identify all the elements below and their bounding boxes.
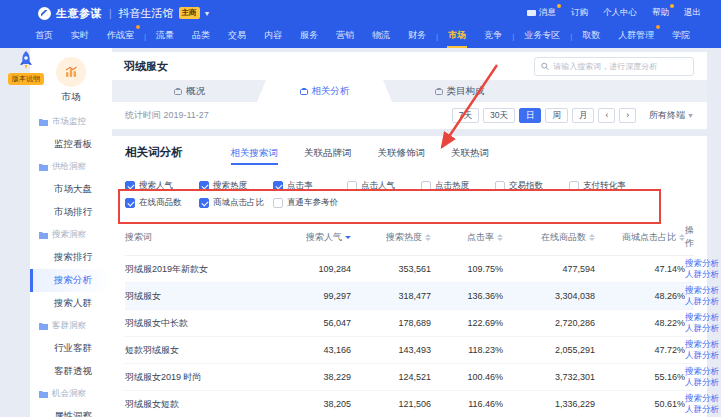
- nav-crowd-management[interactable]: 人群管理: [609, 29, 663, 48]
- filter-click-popularity[interactable]: 点击人气: [347, 180, 421, 192]
- keyword-search-box[interactable]: [534, 57, 694, 76]
- sidebar-group-supply-insight[interactable]: 供给洞察: [30, 156, 112, 178]
- checkbox-checked-icon[interactable]: [273, 181, 283, 191]
- checkbox-checked-icon[interactable]: [199, 181, 209, 191]
- col-keyword[interactable]: 搜索词: [125, 231, 271, 244]
- order-link[interactable]: 订购: [571, 7, 588, 19]
- sidebar-group-search-insight[interactable]: 搜索洞察: [30, 224, 112, 246]
- value-cell: 109.75%: [431, 264, 503, 274]
- filter-click-rate[interactable]: 点击率: [273, 180, 347, 192]
- tab-overview[interactable]: 概况: [122, 80, 257, 102]
- range-7d-button[interactable]: 7天: [452, 108, 479, 124]
- help-link[interactable]: 帮助: [652, 7, 669, 19]
- sidebar-item-search-crowd[interactable]: 搜索人群: [30, 292, 112, 315]
- search-analysis-link[interactable]: 搜索分析: [685, 394, 719, 404]
- col-mall-click-share[interactable]: 商城点击占比: [595, 231, 685, 244]
- next-button[interactable]: ›: [619, 108, 636, 124]
- prev-button[interactable]: ‹: [598, 108, 615, 124]
- filter-online-products[interactable]: 在线商品数: [125, 197, 199, 209]
- sidebar-group-customer-insight[interactable]: 客群洞察: [30, 315, 112, 337]
- nav-service[interactable]: 服务: [291, 29, 327, 48]
- checkbox-unchecked-icon[interactable]: [495, 181, 505, 191]
- sidebar-item-search-ranking[interactable]: 搜索排行: [30, 246, 112, 269]
- sidebar-item-search-analysis[interactable]: 搜索分析: [30, 269, 112, 292]
- table-row: 羽绒服女 99,297 318,477 136.36% 3,304,038 48…: [125, 283, 694, 310]
- crowd-analysis-link[interactable]: 人群分析: [685, 324, 719, 334]
- sidebar-group-market-monitor[interactable]: 市场监控: [30, 111, 112, 133]
- checkbox-checked-icon[interactable]: [199, 198, 209, 208]
- filter-search-heat[interactable]: 搜索热度: [199, 180, 273, 192]
- value-cell: 2,055,291: [503, 345, 595, 355]
- filter-search-popularity[interactable]: 搜索人气: [125, 180, 199, 192]
- filter-train-ref-price[interactable]: 直通车参考价: [273, 197, 347, 209]
- tab-related-analysis[interactable]: 相关分析: [257, 80, 392, 102]
- col-search-popularity[interactable]: 搜索人气: [271, 231, 351, 244]
- checkbox-unchecked-icon[interactable]: [347, 181, 357, 191]
- crowd-analysis-link[interactable]: 人群分析: [685, 270, 719, 280]
- tab-category-composition[interactable]: 类目构成: [392, 80, 527, 102]
- search-input[interactable]: [553, 62, 687, 71]
- range-30d-button[interactable]: 30天: [483, 108, 515, 124]
- crowd-analysis-link[interactable]: 人群分析: [685, 378, 719, 388]
- sidebar-item-market-ranking[interactable]: 市场排行: [30, 201, 112, 224]
- col-click-rate[interactable]: 点击率: [431, 231, 503, 244]
- unit-day-button[interactable]: 日: [519, 108, 542, 124]
- nav-competition[interactable]: 竞争: [475, 29, 511, 48]
- shop-switcher[interactable]: 抖音生活馆 主商 ▼: [119, 6, 211, 21]
- tab-related-brand-words[interactable]: 关联品牌词: [304, 147, 352, 165]
- sidebar-item-customer-perspective[interactable]: 客群透视: [30, 360, 112, 383]
- sidebar-item-monitor-board[interactable]: 监控看板: [30, 133, 112, 156]
- crowd-analysis-link[interactable]: 人群分析: [685, 297, 719, 307]
- messages-link[interactable]: 消息: [527, 7, 556, 19]
- nav-logistics[interactable]: 物流: [363, 29, 399, 48]
- search-analysis-link[interactable]: 搜索分析: [685, 340, 719, 350]
- checkbox-unchecked-icon[interactable]: [421, 181, 431, 191]
- nav-category[interactable]: 品类: [183, 29, 219, 48]
- search-analysis-link[interactable]: 搜索分析: [685, 313, 719, 323]
- brand-logo-icon: [38, 7, 51, 20]
- unit-month-button[interactable]: 月: [572, 108, 595, 124]
- nav-market[interactable]: 市场: [439, 29, 475, 48]
- col-online-products[interactable]: 在线商品数: [503, 231, 595, 244]
- filter-mall-click-share[interactable]: 商城点击占比: [199, 197, 273, 209]
- search-analysis-link[interactable]: 搜索分析: [685, 286, 719, 296]
- nav-traffic[interactable]: 流量: [147, 29, 183, 48]
- rocket-icon: [16, 50, 36, 72]
- nav-marketing[interactable]: 营销: [327, 29, 363, 48]
- sidebar-item-attribute-insight[interactable]: 属性洞察: [30, 405, 112, 417]
- nav-content[interactable]: 内容: [255, 29, 291, 48]
- checkbox-unchecked-icon[interactable]: [273, 198, 283, 208]
- search-analysis-link[interactable]: 搜索分析: [685, 259, 719, 269]
- sidebar-group-opportunity-insight[interactable]: 机会洞察: [30, 383, 112, 405]
- tab-related-modifier-words[interactable]: 关联修饰词: [378, 147, 426, 165]
- checkbox-checked-icon[interactable]: [125, 198, 135, 208]
- nav-finance[interactable]: 财务: [399, 29, 435, 48]
- sidebar-item-market-overview[interactable]: 市场大盘: [30, 178, 112, 201]
- filter-click-heat[interactable]: 点击热度: [421, 180, 495, 192]
- version-widget[interactable]: 版本说明: [8, 50, 44, 85]
- checkbox-checked-icon[interactable]: [125, 181, 135, 191]
- crowd-analysis-link[interactable]: 人群分析: [685, 405, 719, 415]
- shop-name: 抖音生活馆: [119, 6, 174, 21]
- filter-trade-index[interactable]: 交易指数: [495, 180, 569, 192]
- tab-related-search-words[interactable]: 相关搜索词: [231, 147, 279, 165]
- logout-link[interactable]: 退出: [684, 7, 701, 19]
- checkbox-unchecked-icon[interactable]: [569, 181, 579, 191]
- terminal-filter-dropdown[interactable]: 所有终端▼: [649, 109, 694, 122]
- nav-warroom[interactable]: 作战室: [98, 29, 143, 48]
- nav-home[interactable]: 首页: [26, 29, 62, 48]
- nav-academy[interactable]: 学院: [663, 29, 699, 48]
- filter-pay-conversion[interactable]: 支付转化率: [569, 180, 643, 192]
- nav-trade[interactable]: 交易: [219, 29, 255, 48]
- nav-realtime[interactable]: 实时: [62, 29, 98, 48]
- nav-business-zone[interactable]: 业务专区: [515, 29, 569, 48]
- tab-related-hot-words[interactable]: 关联热词: [451, 147, 489, 165]
- unit-week-button[interactable]: 周: [545, 108, 568, 124]
- personal-center-link[interactable]: 个人中心: [603, 7, 637, 19]
- folder-icon: [39, 322, 48, 330]
- search-analysis-link[interactable]: 搜索分析: [685, 367, 719, 377]
- nav-data-fetch[interactable]: 取数: [573, 29, 609, 48]
- sidebar-item-industry-customer[interactable]: 行业客群: [30, 337, 112, 360]
- crowd-analysis-link[interactable]: 人群分析: [685, 351, 719, 361]
- col-search-heat[interactable]: 搜索热度: [351, 231, 431, 244]
